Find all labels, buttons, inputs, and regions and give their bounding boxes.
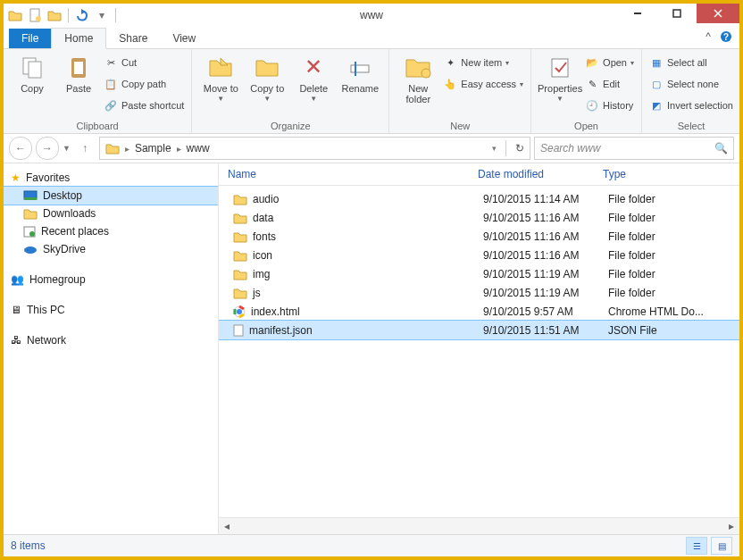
col-type[interactable]: Type (594, 168, 719, 180)
select-all-button[interactable]: ▦Select all (649, 53, 733, 72)
rename-button[interactable]: Rename (338, 53, 381, 94)
easy-access-icon: 👆 (443, 77, 457, 91)
tab-view[interactable]: View (160, 29, 208, 48)
tab-home[interactable]: Home (51, 28, 106, 49)
new-item-button[interactable]: ✦New item ▾ (443, 53, 523, 72)
file-name: index.html (251, 305, 300, 318)
file-type: JSON File (599, 324, 724, 337)
up-button[interactable]: ↑ (74, 138, 96, 159)
ribbon-tabs: File Home Share View ^ ? (4, 27, 739, 49)
file-type: File folder (599, 193, 724, 205)
paste-button[interactable]: Paste (57, 53, 100, 94)
col-date[interactable]: Date modified (469, 168, 594, 180)
file-type: Chrome HTML Do... (599, 305, 724, 318)
sidebar-item-desktop[interactable]: Desktop (4, 187, 218, 205)
file-icon (233, 324, 244, 337)
sidebar-favorites[interactable]: ★Favorites (4, 169, 218, 187)
column-headers[interactable]: Name Date modified Type Size (219, 163, 739, 186)
chevron-right-icon[interactable]: ▸ (177, 144, 181, 154)
minimize-button[interactable] (618, 4, 657, 23)
file-name: img (253, 268, 270, 280)
scroll-right-icon: ▸ (723, 518, 739, 534)
refresh-icon[interactable]: ↻ (515, 142, 524, 155)
easy-access-button[interactable]: 👆Easy access ▾ (443, 74, 523, 94)
delete-button[interactable]: ✕Delete▼ (292, 53, 335, 104)
paste-shortcut-button[interactable]: 🔗Paste shortcut (104, 96, 184, 115)
file-row[interactable]: fonts9/10/2015 11:16 AMFile folder (219, 227, 739, 246)
search-input[interactable]: Search www 🔍 (534, 137, 734, 160)
svg-marker-26 (24, 210, 37, 219)
cut-button[interactable]: ✂Cut (104, 53, 184, 72)
svg-point-29 (24, 247, 37, 254)
open-button[interactable]: 📂Open ▾ (585, 53, 634, 72)
file-name: manifest.json (249, 324, 313, 337)
file-date: 9/10/2015 9:57 AM (474, 305, 599, 318)
pc-icon: 🖥 (11, 304, 21, 316)
properties-button[interactable]: Properties▼ (538, 53, 581, 104)
edit-icon: ✎ (585, 77, 599, 91)
file-date: 9/10/2015 11:51 AM (474, 324, 599, 337)
forward-button[interactable]: → (36, 137, 59, 160)
sidebar-item-recent-places[interactable]: Recent places (4, 222, 218, 240)
file-rows[interactable]: audio9/10/2015 11:14 AMFile folderdata9/… (219, 186, 739, 517)
copy-path-button[interactable]: 📋Copy path (104, 74, 184, 94)
folder-icon (23, 207, 38, 220)
details-view-button[interactable]: ☰ (686, 537, 707, 555)
file-row[interactable]: js9/10/2015 11:19 AMFile folder (219, 283, 739, 302)
file-row[interactable]: icon9/10/2015 11:16 AMFile folder (219, 246, 739, 264)
svg-rect-25 (24, 197, 37, 200)
help-icon[interactable]: ? (720, 30, 732, 43)
copy-to-button[interactable]: Copy to▼ (246, 53, 288, 104)
tab-share[interactable]: Share (106, 29, 160, 48)
file-row[interactable]: audio9/10/2015 11:14 AMFile folder (219, 189, 739, 208)
history-button[interactable]: 🕘History (585, 96, 634, 115)
sidebar-homegroup[interactable]: 👥Homegroup (4, 271, 218, 288)
edit-button[interactable]: ✎Edit (585, 74, 634, 94)
col-size[interactable]: Size (719, 168, 739, 180)
folder-icon (233, 230, 247, 243)
navigation-pane[interactable]: ★Favorites DesktopDownloadsRecent places… (4, 163, 219, 534)
collapse-ribbon-icon[interactable]: ^ (705, 30, 711, 43)
move-to-button[interactable]: Move to▼ (199, 53, 242, 104)
breadcrumb-sample[interactable]: Sample (135, 142, 171, 155)
tab-file[interactable]: File (9, 29, 51, 48)
col-name[interactable]: Name (219, 168, 469, 180)
svg-marker-35 (234, 289, 246, 298)
folder-icon (233, 249, 247, 262)
file-row[interactable]: index.html9/10/2015 9:57 AMChrome HTML D… (219, 302, 739, 321)
file-date: 9/10/2015 11:19 AM (474, 287, 599, 299)
horizontal-scrollbar[interactable]: ◂▸ (219, 517, 739, 534)
chevron-right-icon[interactable]: ▸ (125, 144, 129, 154)
new-folder-button[interactable]: New folder (397, 53, 439, 104)
new-item-icon: ✦ (443, 55, 457, 70)
svg-point-21 (422, 69, 430, 78)
close-button[interactable] (697, 4, 739, 23)
status-bar: 8 items ☰ ▤ (4, 534, 739, 556)
file-row[interactable]: manifest.json9/10/2015 11:51 AMJSON File (219, 321, 739, 339)
chevron-down-icon[interactable]: ▾ (492, 144, 497, 153)
breadcrumb-www[interactable]: www (187, 142, 210, 155)
file-date: 9/10/2015 11:16 AM (474, 230, 599, 243)
file-type: File folder (599, 212, 724, 224)
sidebar-item-downloads[interactable]: Downloads (4, 205, 218, 222)
titlebar[interactable]: ▾ www (4, 4, 739, 27)
recent-dropdown-icon[interactable]: ▼ (63, 144, 71, 153)
ribbon: Copy Paste ✂Cut 📋Copy path 🔗Paste shortc… (4, 49, 739, 134)
select-none-button[interactable]: ▢Select none (649, 74, 733, 94)
svg-marker-23 (106, 145, 119, 154)
file-row[interactable]: img9/10/2015 11:19 AMFile folder (219, 264, 739, 283)
maximize-button[interactable] (657, 4, 697, 23)
copy-button[interactable]: Copy (11, 53, 54, 94)
sidebar-thispc[interactable]: 🖥This PC (4, 301, 218, 319)
folder-icon (233, 212, 247, 224)
sidebar-item-skydrive[interactable]: SkyDrive (4, 240, 218, 258)
invert-selection-button[interactable]: ◩Invert selection (649, 96, 733, 115)
file-row[interactable]: data9/10/2015 11:16 AMFile folder (219, 208, 739, 227)
sidebar-network[interactable]: 🖧Network (4, 331, 218, 349)
network-icon: 🖧 (11, 334, 21, 347)
icons-view-button[interactable]: ▤ (711, 537, 732, 555)
address-bar[interactable]: ▸ Sample ▸ www ▾ ↻ (99, 137, 530, 160)
file-name: fonts (253, 230, 276, 243)
file-list-pane: Name Date modified Type Size audio9/10/2… (219, 163, 739, 534)
back-button[interactable]: ← (9, 137, 32, 160)
